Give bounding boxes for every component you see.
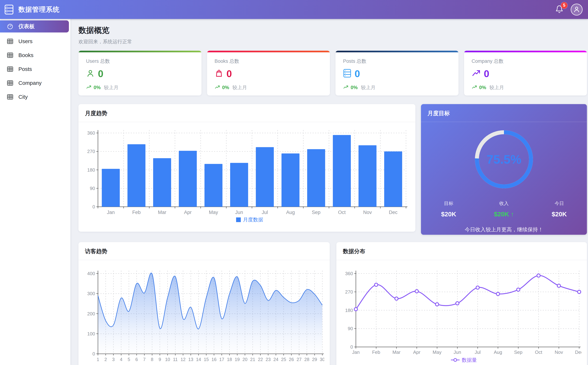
goal-stat-label: 今日 xyxy=(532,200,587,207)
svg-text:数据量: 数据量 xyxy=(462,357,477,363)
goal-message: 今日收入较上月更高，继续保持！ xyxy=(465,226,543,233)
accent-strip xyxy=(464,51,587,52)
user-icon xyxy=(86,69,95,78)
svg-text:3: 3 xyxy=(112,357,115,362)
svg-text:Aug: Aug xyxy=(286,210,295,215)
notification-badge: 5 xyxy=(561,2,567,9)
svg-text:26: 26 xyxy=(289,357,294,362)
svg-text:7: 7 xyxy=(143,357,145,362)
svg-text:Feb: Feb xyxy=(372,350,380,355)
data-distribution-card: 数据分布 090180270360JanFebMarAprMayJunJulAu… xyxy=(336,242,587,365)
table-icon xyxy=(7,94,13,100)
svg-text:5: 5 xyxy=(128,357,130,362)
svg-text:Mar: Mar xyxy=(393,350,401,355)
stat-label: Users 总数 xyxy=(86,58,194,64)
svg-text:11: 11 xyxy=(173,357,178,362)
svg-text:14: 14 xyxy=(196,357,201,362)
svg-text:0: 0 xyxy=(350,344,353,350)
sidebar-item-books[interactable]: Books xyxy=(0,48,70,62)
svg-text:27: 27 xyxy=(297,357,302,362)
chart-legend[interactable]: 月度数据 xyxy=(236,217,263,223)
server-icon xyxy=(343,69,351,78)
trending-up-icon xyxy=(86,84,91,91)
svg-text:Oct: Oct xyxy=(338,210,346,215)
goal-stat-value: $20K xyxy=(421,211,476,218)
stat-value: 0 xyxy=(227,69,232,78)
svg-text:0: 0 xyxy=(92,351,95,357)
notifications-button[interactable]: 5 xyxy=(555,5,563,14)
svg-text:12: 12 xyxy=(180,357,186,362)
svg-text:16: 16 xyxy=(212,357,217,362)
svg-text:Jun: Jun xyxy=(454,350,461,355)
page-title: 数据概览 xyxy=(78,25,587,35)
stat-card-company: Company 总数 0 xyxy=(464,51,587,95)
sidebar-item-label: Books xyxy=(18,52,33,58)
accent-strip xyxy=(78,51,201,52)
trend-note: 较上月 xyxy=(490,84,504,91)
svg-text:Oct: Oct xyxy=(535,350,542,355)
accent-strip xyxy=(335,51,458,52)
brand: 数据管理系统 xyxy=(4,4,60,15)
svg-text:Sep: Sep xyxy=(312,210,320,215)
trend-note: 较上月 xyxy=(104,84,118,91)
svg-text:360: 360 xyxy=(345,271,353,276)
sidebar-item-city[interactable]: City xyxy=(0,90,70,104)
svg-text:2: 2 xyxy=(104,357,107,362)
svg-text:24: 24 xyxy=(273,357,278,362)
sidebar-item-users[interactable]: Users xyxy=(0,34,70,48)
trend-percent: 0% xyxy=(351,85,358,90)
svg-text:Jan: Jan xyxy=(352,350,360,355)
sidebar-item-dashboard[interactable]: 仪表板 xyxy=(0,20,69,33)
goal-stat-value: $20K xyxy=(532,211,587,218)
trend-note: 较上月 xyxy=(233,84,247,91)
chart-legend[interactable]: 数据量 xyxy=(451,357,477,363)
shopping-bag-icon xyxy=(215,69,223,78)
svg-text:Jul: Jul xyxy=(475,350,481,355)
svg-text:Jun: Jun xyxy=(235,210,243,215)
table-icon xyxy=(7,66,13,72)
sidebar-item-label: City xyxy=(18,94,28,100)
trend-note: 较上月 xyxy=(361,84,375,91)
main-content: 数据概览 欢迎回来，系统运行正常 Users 总数 0 xyxy=(70,19,588,365)
svg-text:Apr: Apr xyxy=(413,350,421,355)
sidebar-item-label: Posts xyxy=(18,66,32,72)
accent-strip xyxy=(207,51,330,52)
svg-text:200: 200 xyxy=(87,311,95,316)
sidebar-item-posts[interactable]: Posts xyxy=(0,62,70,76)
bell-icon xyxy=(555,11,563,14)
svg-text:19: 19 xyxy=(235,357,240,362)
stat-card-books: Books 总数 0 xyxy=(207,51,330,95)
monthly-trend-bar-chart: 090180270360JanFebMarAprMayJunJulAugSepO… xyxy=(84,125,410,230)
svg-text:29: 29 xyxy=(312,357,317,362)
stat-value: 0 xyxy=(355,69,360,78)
svg-text:Sep: Sep xyxy=(514,350,522,355)
svg-text:Nov: Nov xyxy=(363,210,372,215)
goal-percent: 75.5% xyxy=(487,153,521,166)
goal-donut-chart: 75.5% xyxy=(474,130,534,190)
svg-text:Apr: Apr xyxy=(184,210,192,215)
user-avatar[interactable] xyxy=(571,4,583,15)
stat-label: Posts 总数 xyxy=(343,58,451,64)
svg-text:180: 180 xyxy=(87,167,95,173)
stat-value: 0 xyxy=(98,69,103,78)
goal-stat-value: $20K ↑ xyxy=(476,211,532,218)
goal-stats-row: 目标 $20K 收入 $20K ↑ 今日 $20K xyxy=(421,200,587,218)
stat-label: Company 总数 xyxy=(472,58,580,64)
page-subtitle: 欢迎回来，系统运行正常 xyxy=(78,38,587,45)
svg-text:Dec: Dec xyxy=(575,350,581,355)
trend-percent: 0% xyxy=(479,85,486,90)
svg-text:22: 22 xyxy=(258,357,263,362)
trending-up-icon xyxy=(472,84,477,91)
svg-text:90: 90 xyxy=(90,186,95,191)
dashboard-app: 数据管理系统 5 xyxy=(0,0,588,365)
svg-text:Dec: Dec xyxy=(389,210,398,215)
card-title: 月度趋势 xyxy=(85,110,107,116)
svg-text:May: May xyxy=(433,350,442,355)
stat-value: 0 xyxy=(484,69,489,78)
app-header: 数据管理系统 5 xyxy=(0,0,588,19)
archive-logo-icon xyxy=(4,4,14,15)
svg-text:Feb: Feb xyxy=(132,210,141,215)
svg-text:20: 20 xyxy=(242,357,248,362)
sidebar-item-company[interactable]: Company xyxy=(0,76,70,90)
trending-up-icon xyxy=(215,84,220,91)
